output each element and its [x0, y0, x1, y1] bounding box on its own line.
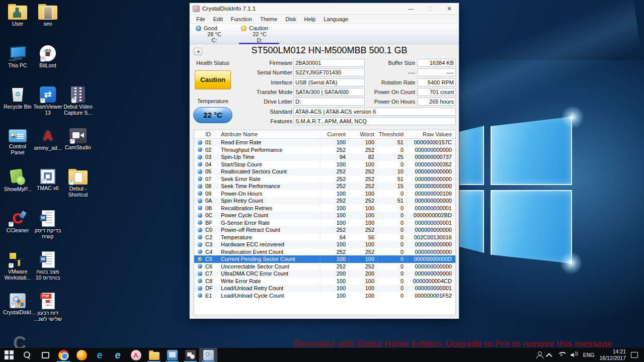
taskbar-ammy[interactable]	[127, 348, 145, 362]
smart-attribute-row[interactable]: BF G-Sense Error Rate 100 100 0 00000000…	[194, 219, 455, 227]
minimize-button[interactable]: —	[401, 3, 421, 14]
back-arrow-button[interactable]: ◄	[194, 48, 202, 55]
taskbar-explorer[interactable]	[145, 348, 163, 362]
attribute-name: Current Pending Sector Count	[219, 255, 320, 263]
desktop-icon-vmware[interactable]: VMware Workstati...	[3, 251, 32, 281]
attribute-raw-value: 000000000001	[407, 205, 454, 212]
menu-item[interactable]: Theme	[257, 15, 281, 23]
smart-attribute-row[interactable]: 05 Reallocated Sectors Count 252 252 10 …	[194, 168, 455, 175]
info-field-label: Firmware	[232, 59, 292, 67]
smart-attribute-row[interactable]: 08 Seek Time Performance 252 252 15 0000…	[194, 183, 455, 190]
drive-tab-c[interactable]: Good 28 °C C:	[192, 24, 237, 44]
attribute-threshold: 0	[377, 278, 407, 285]
taskbar-firefox[interactable]	[72, 348, 91, 362]
desktop-icon-tmac[interactable]: TMAC v6	[33, 169, 62, 191]
task-view-button[interactable]	[36, 348, 54, 362]
right-field-label: Rotation Rate	[369, 78, 415, 86]
attribute-threshold: 0	[377, 226, 407, 234]
smart-attribute-row[interactable]: C5 Current Pending Sector Count 100 100 …	[194, 255, 455, 263]
smart-attribute-row[interactable]: 03 Spin-Up Time 94 82 25 000000000737	[194, 153, 455, 161]
desktop-icon-bitlord[interactable]: BitLord	[33, 45, 62, 68]
smart-attribute-row[interactable]: 07 Seek Error Rate 252 252 51 0000000000…	[194, 175, 455, 183]
menu-item[interactable]: Disk	[282, 15, 299, 23]
smart-attribute-row[interactable]: C7 UltraDMA CRC Error Count 200 200 0 00…	[194, 270, 455, 278]
smart-attribute-row[interactable]: 0A Spin Retry Count 252 252 51 000000000…	[194, 197, 455, 205]
health-status-button[interactable]: Caution	[195, 70, 231, 89]
attribute-name: Load/Unload Cycle Count	[219, 292, 320, 300]
desktop-icon-seo[interactable]: seo	[33, 4, 62, 27]
taskbar-chrome[interactable]	[54, 348, 72, 362]
temperature-value-button[interactable]: 22 °C	[193, 107, 232, 123]
attribute-raw-value: 000000000352	[407, 161, 454, 168]
drive-tab-d[interactable]: Caution 22 °C D:	[237, 24, 282, 44]
attribute-worst: 100	[349, 219, 377, 227]
desktop-icon-showmypc[interactable]: ShowMyP...	[3, 169, 32, 192]
smart-attribute-row[interactable]: 02 Throughput Performance 252 252 0 0000…	[194, 146, 455, 154]
tray-expand-chevron-icon[interactable]	[546, 353, 552, 359]
menu-item[interactable]: Help	[301, 15, 319, 23]
smart-attribute-row[interactable]: C8 Write Error Rate 100 100 0 0000000004…	[194, 278, 455, 285]
shortcut-arrow-icon	[9, 263, 14, 268]
attribute-name: Reallocation Event Count	[219, 248, 320, 256]
attribute-name: Seek Error Rate	[219, 175, 320, 183]
smart-attribute-row[interactable]: E1 Load/Unload Cycle Count 100 100 0 000…	[194, 292, 455, 300]
taskbar-camstudio-app[interactable]	[163, 348, 181, 362]
desktop-icon-recycle-bin[interactable]: Recycle Bin	[3, 86, 32, 110]
attribute-id: 0B	[205, 205, 219, 212]
desktop-icon-this-pc[interactable]: This PC	[3, 45, 32, 68]
menu-item[interactable]: Language	[320, 15, 352, 23]
desktop-icon-camstudio[interactable]: CamStudio	[63, 128, 93, 150]
taskbar-ie[interactable]: e	[109, 348, 127, 362]
people-icon[interactable]	[536, 351, 543, 358]
attribute-id: 04	[205, 161, 219, 168]
desktop-icon-crystaldiskinfo[interactable]: CrystalDiskI...	[3, 293, 32, 315]
menu-item[interactable]: File	[193, 15, 209, 23]
wifi-icon[interactable]	[557, 352, 566, 358]
smart-attribute-row[interactable]: C4 Reallocation Event Count 252 252 0 00…	[194, 248, 455, 256]
smart-attribute-row[interactable]: 01 Read Error Rate 100 100 51 0000000015…	[194, 139, 455, 146]
desktop-icon-teamviewer[interactable]: TeamViewer 13	[33, 86, 62, 116]
desktop-icon-ammy[interactable]: ammy_ad...	[33, 128, 62, 151]
taskbar-search-button[interactable]	[18, 348, 36, 362]
desktop-icon-hebrew-doc-2[interactable]: מצב בטוח בווינדוס 10	[33, 251, 62, 281]
attribute-current: 252	[320, 263, 349, 270]
smart-attribute-row[interactable]: DF Load/Unload Retry Count 100 100 0 000…	[194, 285, 455, 292]
desktop-icon-glyph	[69, 128, 87, 143]
desktop-icon-debut-video[interactable]: Debut Video Capture S...	[63, 86, 93, 116]
smart-attribute-row[interactable]: C3 Hardware ECC recovered 100 100 0 0000…	[194, 241, 455, 248]
right-field-label: Buffer Size	[369, 59, 415, 67]
window-titlebar[interactable]: CrystalDiskInfo 7.1.1 — ☐ ✕	[190, 3, 459, 15]
attribute-threshold: 0	[377, 190, 407, 198]
desktop-icon-hebrew-doc-1[interactable]: בדיקת דיסק קשיח	[33, 210, 62, 240]
start-button[interactable]	[0, 348, 18, 362]
desktop-icon-glyph	[8, 251, 27, 267]
smart-attribute-row[interactable]: 09 Power-On Hours 100 100 0 000000000109	[194, 190, 455, 198]
col-raw-values: Raw Values	[407, 130, 454, 138]
smart-attribute-row[interactable]: C6 Uncorrectable Sector Count 252 252 0 …	[194, 263, 455, 270]
close-button[interactable]: ✕	[440, 3, 459, 14]
attribute-raw-value: 000000000000	[407, 270, 454, 278]
attribute-id: C2	[205, 234, 219, 241]
desktop-icon-ccleaner[interactable]: CCleaner	[3, 210, 32, 233]
smart-attribute-row[interactable]: C2 Temperature 64 56 0 002C00130016	[194, 234, 455, 241]
attribute-raw-value: 000000000000	[407, 263, 454, 270]
smart-attribute-row[interactable]: 0C Power Cycle Count 100 100 0 000000000…	[194, 212, 455, 219]
desktop-icon-user[interactable]: User	[3, 4, 32, 27]
desktop-icon-control-panel[interactable]: Control Panel	[3, 128, 32, 156]
smart-attribute-row[interactable]: C0 Power-off Retract Count 252 252 0 000…	[194, 226, 455, 234]
taskbar-edge[interactable]: e	[91, 348, 109, 362]
taskbar-debut[interactable]	[181, 348, 199, 362]
desktop-icon-hebrew-pdf[interactable]: דוח רבעון שלישי לשנ...	[33, 293, 62, 322]
desktop-icon-debut-shortcut[interactable]: Debut - Shortcut	[63, 169, 93, 198]
action-center-icon[interactable]	[631, 352, 638, 358]
taskbar-clock[interactable]: 14:21 16/12/2017	[599, 348, 626, 361]
menu-item[interactable]: Edit	[210, 15, 226, 23]
attribute-name: Load/Unload Retry Count	[219, 285, 320, 292]
taskbar-crystaldiskinfo[interactable]	[199, 348, 217, 362]
smart-attribute-row[interactable]: 04 Start/Stop Count 100 100 0 0000000003…	[194, 161, 455, 168]
volume-icon[interactable]	[571, 352, 578, 358]
menu-item[interactable]: Function	[227, 15, 256, 23]
language-indicator[interactable]: ENG	[583, 352, 595, 358]
maximize-button[interactable]: ☐	[421, 3, 440, 14]
smart-attribute-row[interactable]: 0B Recalibration Retries 100 100 0 00000…	[194, 205, 455, 212]
